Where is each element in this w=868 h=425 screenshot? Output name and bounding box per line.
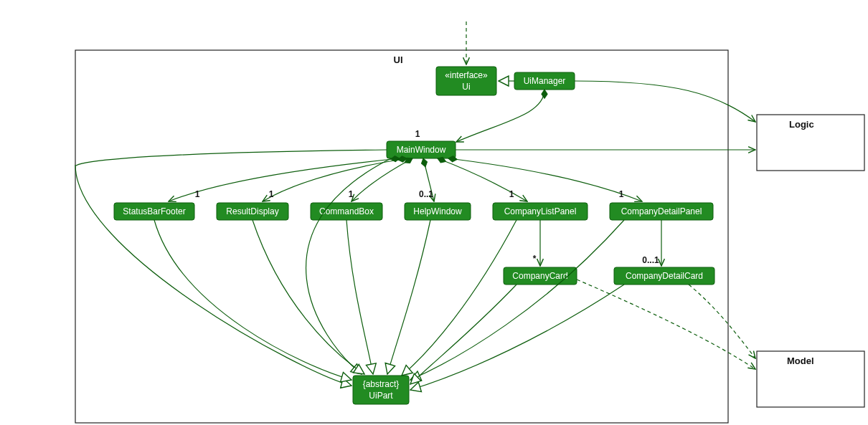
class-uipart: {abstract} UiPart [353, 376, 409, 404]
edge-uimanager-to-mainwindow [456, 90, 544, 142]
mult-helpwindow: 0..1 [419, 189, 433, 199]
edge-companycard-to-model [577, 280, 755, 369]
class-mainwindow: MainWindow [387, 141, 456, 158]
class-uipart-name: UiPart [369, 391, 393, 401]
class-companydetailcard: CompanyDetailCard [614, 267, 714, 285]
class-uimanager: UiManager [514, 72, 575, 90]
class-statusbarfooter-name: StatusBarFooter [123, 206, 185, 216]
edge-mw-to-companydetailpanel [448, 158, 642, 201]
class-ui-name: Ui [462, 82, 470, 92]
class-companydetailcard-name: CompanyDetailCard [626, 271, 703, 281]
package-ui [75, 50, 728, 423]
edge-hw-gen-uipart [387, 220, 430, 374]
class-helpwindow: HelpWindow [405, 203, 471, 220]
class-mainwindow-name: MainWindow [397, 145, 446, 155]
class-resultdisplay: ResultDisplay [217, 203, 288, 220]
edge-cb-gen-uipart [346, 220, 373, 374]
edge-mw-to-resultdisplay [263, 158, 407, 201]
mult-companydetailpanel: 1 [619, 189, 624, 199]
edge-uimanager-ext-uipart [75, 165, 352, 386]
edge-sbf-gen-uipart [154, 220, 352, 380]
mult-mainwindow: 1 [415, 129, 420, 139]
edge-cdp-gen-uipart [410, 220, 624, 380]
edge-clp-gen-uipart [402, 220, 516, 376]
mult-companydetailcard: 0...1 [642, 255, 659, 265]
edge-ccard-gen-uipart [410, 285, 516, 384]
class-statusbarfooter: StatusBarFooter [114, 203, 194, 220]
class-companycard: CompanyCard [504, 267, 577, 285]
class-ui-stereotype: «interface» [445, 70, 488, 80]
class-companydetailpanel-name: CompanyDetailPanel [621, 206, 702, 216]
mult-resultdisplay: 1 [269, 189, 274, 199]
mult-companycard: * [533, 254, 537, 264]
class-uimanager-name: UiManager [524, 76, 566, 86]
class-companydetailpanel: CompanyDetailPanel [610, 203, 713, 220]
package-ui-label: UI [394, 54, 403, 65]
package-logic-label: Logic [789, 119, 814, 130]
class-ui-interface: «interface» Ui [436, 67, 496, 95]
edge-uimanager-wrap [76, 150, 387, 166]
edge-cdcard-gen-uipart [410, 285, 624, 390]
mult-statusbarfooter: 1 [195, 189, 200, 199]
class-uipart-stereotype: {abstract} [363, 379, 400, 389]
edge-rd-gen-uipart [253, 220, 364, 374]
edge-mw-to-statusbarfooter [169, 158, 400, 201]
edge-mw-to-commandbox [352, 158, 412, 201]
uml-diagram: UI Logic Model «interface» Ui UiManager … [0, 0, 868, 425]
class-companylistpanel-name: CompanyListPanel [504, 206, 577, 216]
class-companycard-name: CompanyCard [512, 271, 567, 281]
mult-companylistpanel: 1 [509, 189, 514, 199]
class-helpwindow-name: HelpWindow [413, 206, 462, 216]
class-resultdisplay-name: ResultDisplay [226, 206, 278, 216]
package-model-label: Model [787, 355, 814, 366]
class-companylistpanel: CompanyListPanel [493, 203, 588, 220]
class-commandbox: CommandBox [311, 203, 382, 220]
edge-companydetailcard-to-model [689, 285, 755, 358]
mult-commandbox: 1 [349, 189, 354, 199]
